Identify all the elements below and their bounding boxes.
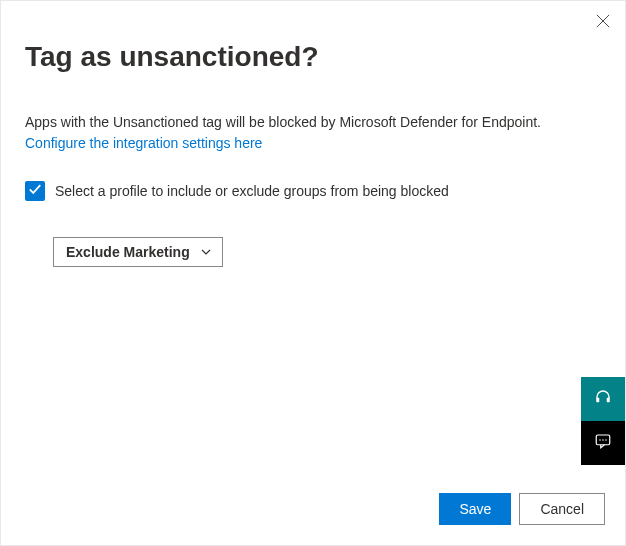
svg-rect-0 — [596, 398, 599, 403]
svg-rect-1 — [607, 398, 610, 403]
save-button[interactable]: Save — [439, 493, 511, 525]
headset-icon — [594, 388, 612, 410]
svg-point-3 — [599, 439, 601, 441]
side-widgets — [581, 377, 625, 465]
feedback-widget[interactable] — [581, 421, 625, 465]
dialog-footer: Save Cancel — [439, 493, 605, 525]
profile-checkbox-row: Select a profile to include or exclude g… — [25, 181, 601, 201]
dialog-description: Apps with the Unsanctioned tag will be b… — [25, 113, 601, 133]
checkmark-icon — [28, 182, 42, 200]
dialog-title: Tag as unsanctioned? — [25, 41, 601, 73]
help-widget[interactable] — [581, 377, 625, 421]
dialog-content: Tag as unsanctioned? Apps with the Unsan… — [1, 1, 625, 545]
profile-dropdown[interactable]: Exclude Marketing — [53, 237, 223, 267]
svg-point-5 — [605, 439, 607, 441]
configure-integration-link[interactable]: Configure the integration settings here — [25, 135, 262, 151]
profile-checkbox-label: Select a profile to include or exclude g… — [55, 183, 449, 199]
chat-icon — [594, 432, 612, 454]
profile-checkbox[interactable] — [25, 181, 45, 201]
svg-point-4 — [602, 439, 604, 441]
dropdown-selected-value: Exclude Marketing — [66, 244, 190, 260]
cancel-button[interactable]: Cancel — [519, 493, 605, 525]
chevron-down-icon — [200, 246, 212, 258]
